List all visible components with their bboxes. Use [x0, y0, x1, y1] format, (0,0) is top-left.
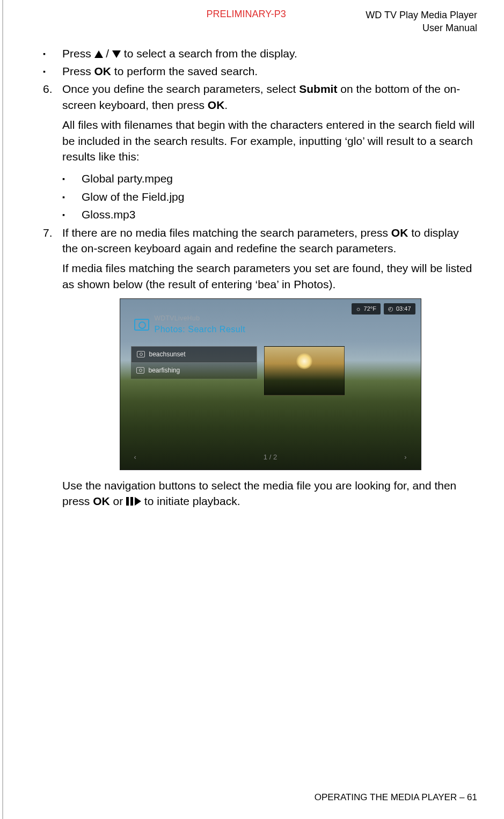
svg-marker-0 — [94, 50, 103, 58]
watermark-text: PRELIMINARY-P3 — [207, 9, 286, 19]
photo-icon — [136, 367, 144, 374]
page-header: PRELIMINARY-P3 WD TV Play Media Player U… — [30, 9, 477, 35]
example-filename: Glow of the Field.jpg — [82, 189, 477, 204]
screen-title: Photos: Search Result — [155, 324, 246, 335]
instruction-text: Press / to select a search from the disp… — [62, 46, 477, 61]
instruction-text: If media files matching the search param… — [62, 260, 477, 292]
example-filename: Global party.mpeg — [82, 171, 477, 186]
pause-play-icon — [126, 497, 141, 506]
svg-rect-3 — [130, 497, 133, 506]
list-item[interactable]: bearfishing — [131, 363, 257, 379]
weather-chip: ☼ 72°F — [352, 303, 381, 315]
sun-icon: ☼ — [356, 305, 361, 313]
result-list: beachsunset bearfishing — [131, 346, 257, 379]
instruction-text: Press OK to perform the saved search. — [62, 63, 477, 79]
bullet-icon: ▪ — [62, 171, 82, 186]
list-item-label: beachsunset — [149, 350, 186, 359]
instruction-text: Once you define the search parameters, s… — [62, 81, 477, 113]
svg-marker-1 — [112, 50, 121, 58]
instruction-text: If there are no media files matching the… — [62, 225, 477, 257]
step-number: 6. — [43, 81, 62, 169]
instruction-text: All files with filenames that begin with… — [62, 117, 477, 164]
svg-marker-4 — [135, 497, 141, 506]
product-name: WD TV Play Media Player — [366, 9, 477, 21]
list-item-label: bearfishing — [149, 366, 180, 375]
photo-icon — [137, 351, 145, 357]
bullet-icon: ▪ — [62, 189, 82, 204]
svg-rect-2 — [126, 497, 129, 506]
preview-thumbnail — [264, 346, 345, 396]
screenshot-figure: ☼ 72°F ◴ 03:47 WDTVLiveHub — [120, 298, 420, 470]
step-number: 7. — [43, 225, 62, 514]
bullet-icon: ▪ — [62, 207, 82, 222]
example-filename: Gloss.mp3 — [82, 207, 477, 222]
body-content: ▪ Press / to select a search from the di… — [43, 46, 477, 514]
list-item[interactable]: beachsunset — [131, 346, 257, 363]
camera-icon — [134, 319, 149, 331]
sun-graphic — [296, 353, 312, 369]
document-type: User Manual — [366, 21, 477, 34]
down-arrow-icon — [112, 50, 121, 58]
tv-screenshot: ☼ 72°F ◴ 03:47 WDTVLiveHub — [120, 298, 421, 470]
instruction-text: Use the navigation buttons to select the… — [62, 478, 477, 509]
clock-icon: ◴ — [388, 305, 393, 313]
page-footer: OPERATING THE MEDIA PLAYER – 61 — [315, 792, 477, 803]
up-arrow-icon — [94, 50, 103, 58]
bullet-icon: ▪ — [43, 63, 62, 79]
page-counter: 1 / 2 — [136, 452, 404, 462]
bullet-icon: ▪ — [43, 46, 62, 61]
clock-chip: ◴ 03:47 — [384, 303, 415, 315]
next-page-icon[interactable]: › — [404, 452, 406, 462]
source-label: WDTVLiveHub — [155, 314, 246, 323]
